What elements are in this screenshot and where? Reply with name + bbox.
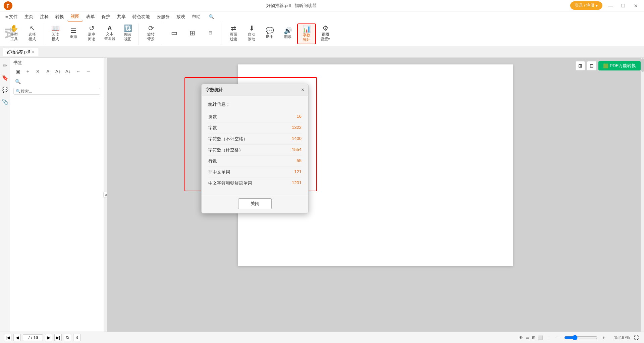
scroll-icon: ⬇ <box>249 25 255 32</box>
two-page-button[interactable]: ⊞ <box>183 23 201 43</box>
text-viewer-button[interactable]: A 文本查看器 <box>101 23 118 43</box>
titlebar: F 好物推荐.pdf - 福昕阅读器 登录 / 注册 ▾ — ❐ ✕ <box>0 0 644 11</box>
word-count-highlight: 📊 字数统计 <box>297 23 316 44</box>
pdf-convert-button[interactable]: 🟩 PDF万能转换 <box>598 61 641 70</box>
pdf-content-area: ⊞ ⊟ 🟩 PDF万能转换 <box>107 58 644 332</box>
toolbar-group-rotate: ⟳ 旋转背景 <box>140 23 162 45</box>
sidebar-tool-grid[interactable]: ▣ <box>13 67 22 76</box>
reverse-read-button[interactable]: ↺ 逆序阅读 <box>83 23 100 43</box>
annotation-strip-btn[interactable]: ✏ <box>1 61 9 70</box>
sidebar-tool-close[interactable]: ✕ <box>34 67 42 76</box>
vertical-scrollbar[interactable] <box>641 58 644 332</box>
search-icon: 🔍 <box>16 89 21 94</box>
page-input[interactable] <box>23 334 43 341</box>
window-title: 好物推荐.pdf - 福昕阅读器 <box>13 3 570 9</box>
next-page-button[interactable]: ▶ <box>45 334 52 341</box>
read-aloud-button[interactable]: 🔊 朗读 <box>279 23 297 43</box>
sidebar-tool-add[interactable]: ＋ <box>23 67 32 76</box>
reflow-button[interactable]: ☰ 重排 <box>65 23 82 43</box>
assistant-icon: 💬 <box>266 27 274 34</box>
view-settings-button[interactable]: ⚙ 视图设置▾ <box>317 23 334 43</box>
sidebar-resize-handle[interactable] <box>104 58 107 332</box>
read-view-button[interactable]: 🔃 阅读视图 <box>119 23 137 43</box>
sidebar-tool-forward[interactable]: → <box>84 67 93 76</box>
menu-home[interactable]: 主页 <box>21 12 37 21</box>
dialog-title: 字数统计 <box>206 87 223 93</box>
prev-page-button[interactable]: ◀ <box>13 334 21 341</box>
menu-features[interactable]: 特色功能 <box>129 12 153 21</box>
copy-page-button[interactable]: ⧉ <box>64 334 71 341</box>
app-logo: F <box>3 1 13 10</box>
bookmark-strip-btn[interactable]: 🔖 <box>1 73 9 82</box>
layout-btn[interactable]: ⊟ <box>587 61 596 70</box>
stat-row-non-chinese: 非中文单词 121 <box>208 167 302 178</box>
print-page-button[interactable]: 🖨 <box>73 334 80 341</box>
reflow-icon: ☰ <box>70 27 76 34</box>
menu-cloud[interactable]: 云服务 <box>153 12 173 21</box>
comment-strip-btn[interactable]: 💬 <box>1 85 9 94</box>
maximize-button[interactable]: ❐ <box>619 1 628 10</box>
dialog-titlebar: 字数统计 × <box>202 84 308 96</box>
assistant-button[interactable]: 💬 助手 <box>261 23 278 43</box>
toolbar-group-read: 📖 阅读模式 ☰ 重排 ↺ 逆序阅读 A 文本查看器 🔃 阅读视图 <box>45 23 139 45</box>
zoom-out-button[interactable]: — <box>555 334 561 341</box>
word-count-button[interactable]: 📊 字数统计 <box>298 24 315 44</box>
tab-close-icon[interactable]: × <box>32 49 35 55</box>
single-page-button[interactable]: ▭ <box>165 23 183 43</box>
left-strip: ✏ 🔖 💬 📎 <box>0 58 10 332</box>
select-mode-button[interactable]: ↖ 选择模式 <box>23 23 41 43</box>
menu-slideshow[interactable]: 放映 <box>173 12 189 21</box>
toolbar-group-layout: ▭ ⊞ ⊟ <box>163 23 221 45</box>
tab-label: 好物推荐.pdf <box>7 49 30 55</box>
menu-protect[interactable]: 保护 <box>98 12 114 21</box>
minimize-button[interactable]: — <box>606 1 615 10</box>
svg-text:F: F <box>7 3 10 9</box>
sidebar-tool-a-down[interactable]: A↓ <box>64 67 72 76</box>
grid-view-btn[interactable]: ⊞ <box>576 61 585 70</box>
hand-icon: ✋ <box>10 25 18 32</box>
pdf-tab[interactable]: 好物推荐.pdf × <box>3 48 39 56</box>
sidebar-tool-a-up[interactable]: A↑ <box>54 67 62 76</box>
multi-page-button[interactable]: ⊟ <box>202 23 219 43</box>
single-page-icon[interactable]: ▭ <box>526 335 529 340</box>
zoom-level: 152.67% <box>610 335 630 340</box>
close-dialog-button[interactable]: 关闭 <box>238 198 272 209</box>
double-page-icon[interactable]: ⊞ <box>532 335 535 340</box>
menubar: ≡ 文件 主页 注释 转换 视图 表单 保护 共享 特色功能 云服务 放映 帮助… <box>0 11 644 22</box>
menu-annotate[interactable]: 注释 <box>37 12 52 21</box>
close-button[interactable]: ✕ <box>631 1 641 10</box>
dialog-close-button[interactable]: × <box>301 87 304 93</box>
scrollbar-thumb[interactable] <box>641 58 644 72</box>
last-page-button[interactable]: ▶| <box>54 334 62 341</box>
menu-file[interactable]: ≡ 文件 <box>2 12 21 21</box>
menu-convert[interactable]: 转换 <box>52 12 67 21</box>
zoom-slider[interactable] <box>564 335 598 340</box>
sidebar-search-input[interactable] <box>21 89 98 94</box>
menu-share[interactable]: 共享 <box>114 12 129 21</box>
reverse-icon: ↺ <box>89 25 95 32</box>
page-transition-button[interactable]: ⇄ 页面过渡 <box>225 23 242 43</box>
sidebar-header: 书签 ▣ ＋ ✕ A A↑ A↓ ← → 🔍 🔍 <box>10 58 104 97</box>
stat-row-words: 字数 1322 <box>208 122 302 134</box>
read-mode-button[interactable]: 📖 阅读模式 <box>47 23 64 43</box>
login-button[interactable]: 登录 / 注册 ▾ <box>570 1 602 10</box>
statusbar: |◀ ◀ ▶ ▶| ⧉ 🖨 👁 ▭ ⊞ ⬜ | — + 152.67% ⛶ <box>0 332 644 343</box>
sidebar-tool-back[interactable]: ← <box>74 67 83 76</box>
eye-icon[interactable]: 👁 <box>519 335 523 340</box>
menu-help[interactable]: 帮助 <box>189 12 204 21</box>
menu-search-btn[interactable]: 🔍 <box>205 13 217 20</box>
sidebar-tool-search[interactable]: 🔍 <box>13 77 22 86</box>
fullscreen-button[interactable]: ⛶ <box>633 334 640 341</box>
attachment-strip-btn[interactable]: 📎 <box>1 97 9 106</box>
first-page-button[interactable]: |◀ <box>4 334 11 341</box>
zoom-in-button[interactable]: + <box>600 334 607 341</box>
dialog-footer: 关闭 <box>202 194 308 213</box>
auto-scroll-button[interactable]: ⬇ 自动滚动 <box>243 23 260 43</box>
hand-tool-button[interactable]: ✋ 手型工具 <box>5 23 23 43</box>
menu-form[interactable]: 表单 <box>83 12 98 21</box>
menu-view[interactable]: 视图 <box>67 12 83 21</box>
page-navigation: |◀ ◀ ▶ ▶| ⧉ 🖨 <box>4 334 80 341</box>
sidebar-tool-a[interactable]: A <box>44 67 52 76</box>
scroll-page-icon[interactable]: ⬜ <box>538 335 543 340</box>
rotate-bg-button[interactable]: ⟳ 旋转背景 <box>142 23 160 43</box>
